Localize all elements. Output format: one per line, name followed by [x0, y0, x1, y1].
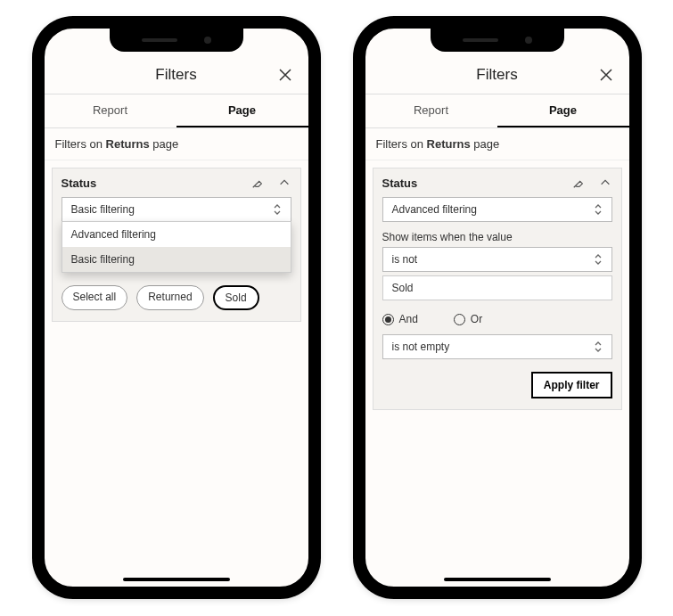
clear-filter-button[interactable]	[250, 176, 265, 190]
close-button[interactable]	[275, 64, 296, 86]
tab-report[interactable]: Report	[45, 94, 176, 127]
tab-page[interactable]: Page	[497, 94, 629, 127]
filter-card-status: Status Advanced filtering Show items whe…	[373, 168, 622, 410]
filters-subhead: Filters on Returns page	[365, 128, 629, 160]
phone-mockup-basic: Filters Report Page Filters on Returns p…	[34, 18, 319, 597]
condition2-value: is not empty	[392, 341, 450, 353]
filter-chips: Select all Returned Sold	[62, 285, 291, 310]
eraser-icon	[572, 177, 585, 189]
sort-icon	[594, 253, 603, 266]
logic-radios: And Or	[382, 313, 612, 325]
condition1-select[interactable]: is not	[382, 247, 612, 272]
filter-type-select[interactable]: Basic filtering	[62, 197, 291, 222]
collapse-button[interactable]	[277, 176, 291, 190]
close-button[interactable]	[595, 64, 617, 86]
filter-type-dropdown: Advanced filtering Basic filtering	[62, 221, 291, 273]
show-items-label: Show items when the value	[382, 231, 612, 243]
condition2-select[interactable]: is not empty	[382, 334, 612, 359]
sort-icon	[273, 203, 282, 216]
close-icon	[278, 68, 292, 82]
sort-icon	[594, 341, 603, 353]
tab-report[interactable]: Report	[365, 94, 497, 127]
tabs: Report Page	[45, 94, 308, 128]
home-indicator	[123, 578, 230, 581]
filter-card-status: Status Basic filtering Advanced filterin	[52, 168, 301, 322]
filter-type-value: Basic filtering	[71, 203, 135, 216]
radio-and[interactable]: And	[382, 313, 418, 325]
titlebar: Filters	[365, 55, 629, 94]
filter-card-title: Status	[382, 177, 418, 190]
dropdown-option-basic[interactable]: Basic filtering	[62, 247, 291, 272]
page-title: Filters	[155, 66, 196, 84]
filter-type-select[interactable]: Advanced filtering	[382, 197, 612, 222]
dropdown-option-advanced[interactable]: Advanced filtering	[62, 222, 291, 247]
chevron-up-icon	[278, 177, 291, 189]
radio-dot-icon	[454, 314, 465, 325]
radio-dot-icon	[382, 314, 394, 325]
chip-select-all[interactable]: Select all	[62, 285, 128, 310]
clear-filter-button[interactable]	[571, 176, 586, 190]
chip-returned[interactable]: Returned	[136, 285, 203, 310]
radio-or[interactable]: Or	[454, 313, 482, 325]
apply-filter-button[interactable]: Apply filter	[531, 372, 612, 398]
chevron-up-icon	[599, 177, 611, 189]
phone-notch	[110, 29, 243, 52]
chip-sold[interactable]: Sold	[213, 285, 259, 310]
tabs: Report Page	[365, 94, 629, 128]
condition1-value: is not	[392, 253, 418, 266]
sort-icon	[594, 203, 603, 216]
value1-input[interactable]: Sold	[382, 275, 612, 300]
filter-card-title: Status	[62, 177, 97, 190]
filter-type-value: Advanced filtering	[392, 203, 477, 216]
collapse-button[interactable]	[598, 176, 612, 190]
home-indicator	[444, 578, 551, 581]
phone-notch	[431, 29, 564, 52]
tab-page[interactable]: Page	[176, 94, 308, 127]
filters-subhead: Filters on Returns page	[45, 128, 308, 160]
eraser-icon	[251, 177, 264, 189]
titlebar: Filters	[45, 55, 308, 94]
page-title: Filters	[476, 66, 517, 84]
close-icon	[599, 68, 613, 82]
phone-mockup-advanced: Filters Report Page Filters on Returns p…	[355, 18, 640, 597]
